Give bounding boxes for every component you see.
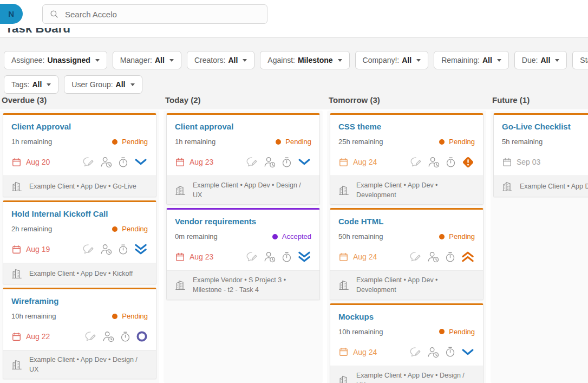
filter-button[interactable]: Start: All bbox=[572, 51, 588, 69]
task-card-body: Code HTML 50h remaining Pending Aug 24 bbox=[330, 210, 483, 270]
board-column: Tomorrow (3) CSS theme 25h remaining Pen… bbox=[327, 95, 486, 383]
timer-icon[interactable] bbox=[281, 157, 292, 168]
filter-button[interactable]: Due: All bbox=[514, 51, 567, 69]
assignee-time-icon[interactable] bbox=[100, 243, 113, 256]
assignee-time-icon[interactable] bbox=[427, 346, 440, 359]
filter-value: All bbox=[402, 56, 411, 64]
filter-button[interactable]: Against: Milestone bbox=[260, 51, 349, 69]
filter-button[interactable]: User Group: All bbox=[64, 75, 142, 94]
due-date-label: Aug 24 bbox=[353, 348, 377, 356]
filter-button[interactable]: Tags: All bbox=[4, 75, 58, 94]
filter-label: User Group: bbox=[71, 80, 113, 89]
double-chevron-down-icon[interactable] bbox=[297, 251, 311, 263]
time-remaining: 1h remaining bbox=[11, 138, 52, 146]
task-date-row: Aug 23 bbox=[175, 250, 311, 264]
task-title-link[interactable]: Client Approval bbox=[11, 122, 148, 131]
assignee-time-icon[interactable] bbox=[263, 155, 276, 168]
task-title-link[interactable]: CSS theme bbox=[338, 122, 475, 131]
assignee-time-icon[interactable] bbox=[427, 250, 440, 263]
task-card[interactable]: Hold Internal Kickoff Call 2h remaining … bbox=[3, 200, 156, 284]
status-badge: Pending bbox=[276, 138, 311, 146]
brand-logo-icon[interactable]: N bbox=[0, 4, 23, 24]
timer-icon[interactable] bbox=[445, 251, 456, 263]
status-badge: Pending bbox=[112, 312, 148, 320]
task-card[interactable]: CSS theme 25h remaining Pending Aug 24 E… bbox=[330, 113, 484, 205]
filter-value: All bbox=[482, 56, 492, 64]
column-panel: Client approval 1h remaining Pending Aug… bbox=[164, 111, 323, 383]
comment-edit-icon[interactable] bbox=[245, 156, 258, 168]
filter-button[interactable]: Assignee: Unassigned bbox=[4, 51, 107, 69]
task-title-link[interactable]: Hold Internal Kickoff Call bbox=[11, 209, 148, 218]
task-card[interactable]: Client approval 1h remaining Pending Aug… bbox=[166, 113, 320, 205]
assignee-time-icon[interactable] bbox=[102, 330, 115, 343]
timer-icon[interactable] bbox=[117, 244, 129, 255]
due-date-label: Aug 24 bbox=[353, 252, 377, 261]
time-remaining: 10h remaining bbox=[338, 328, 383, 336]
comment-edit-icon[interactable] bbox=[84, 330, 97, 342]
task-title-link[interactable]: Client approval bbox=[175, 122, 311, 131]
filter-button[interactable]: Company!: All bbox=[355, 51, 429, 69]
task-title-link[interactable]: Mockups bbox=[338, 312, 475, 321]
comment-edit-icon[interactable] bbox=[409, 251, 422, 263]
task-meta-row: 25h remaining Pending bbox=[338, 138, 475, 146]
search-input[interactable] bbox=[64, 9, 260, 20]
calendar-icon bbox=[338, 347, 349, 357]
status-label: Pending bbox=[449, 232, 475, 241]
column-panel: Go-Live Checklist 5h remaining Sep 03 Ex… bbox=[491, 111, 588, 383]
task-actions bbox=[84, 330, 148, 343]
task-card[interactable]: Vendor requirements 0m remaining Accepte… bbox=[166, 208, 320, 300]
assignee-time-icon[interactable] bbox=[100, 155, 113, 168]
filter-button[interactable]: Creators: All bbox=[187, 51, 254, 69]
double-chevron-down-icon[interactable] bbox=[134, 243, 148, 255]
status-badge: Accepted bbox=[272, 232, 311, 241]
comment-edit-icon[interactable] bbox=[82, 243, 95, 255]
calendar-icon bbox=[175, 252, 185, 262]
task-meta-row: 5h remaining bbox=[502, 138, 588, 146]
task-card-body: Mockups 10h remaining Pending Aug 24 bbox=[330, 305, 483, 366]
comment-edit-icon[interactable] bbox=[82, 156, 95, 168]
company-icon bbox=[11, 180, 23, 192]
search-box[interactable] bbox=[42, 4, 267, 24]
task-title-link[interactable]: Go-Live Checklist bbox=[502, 122, 588, 131]
timer-icon[interactable] bbox=[117, 157, 129, 168]
task-card[interactable]: Client Approval 1h remaining Pending Aug… bbox=[3, 113, 156, 197]
chevron-down-icon[interactable] bbox=[297, 158, 311, 166]
time-remaining: 0m remaining bbox=[175, 232, 218, 241]
timer-icon[interactable] bbox=[445, 157, 456, 168]
task-date-row: Aug 24 bbox=[338, 345, 475, 359]
timer-icon[interactable] bbox=[281, 251, 292, 263]
filter-button[interactable]: Remaining: All bbox=[434, 51, 509, 69]
column-header: Tomorrow (3) bbox=[329, 95, 486, 105]
task-title-link[interactable]: Vendor requirements bbox=[175, 217, 311, 226]
assignee-time-icon[interactable] bbox=[263, 250, 276, 263]
alert-diamond-icon[interactable] bbox=[461, 155, 475, 169]
double-chevron-up-icon[interactable] bbox=[461, 251, 475, 263]
task-title-link[interactable]: Wireframing bbox=[11, 296, 148, 306]
task-card[interactable]: Mockups 10h remaining Pending Aug 24 Exa… bbox=[330, 303, 484, 383]
column-header: Today (2) bbox=[165, 95, 323, 105]
filter-button[interactable]: Manager: All bbox=[113, 51, 181, 69]
task-card[interactable]: Wireframing 10h remaining Pending Aug 22… bbox=[3, 288, 156, 379]
timer-icon[interactable] bbox=[445, 346, 456, 358]
circle-outline-icon[interactable] bbox=[136, 330, 148, 342]
comment-edit-icon[interactable] bbox=[409, 156, 422, 168]
chevron-down-icon bbox=[47, 83, 51, 86]
task-actions bbox=[409, 346, 475, 359]
comment-edit-icon[interactable] bbox=[245, 251, 258, 263]
task-meta-row: 0m remaining Accepted bbox=[175, 232, 311, 241]
timer-icon[interactable] bbox=[120, 331, 131, 342]
task-context-label: Example Client • App Dev • Development bbox=[356, 275, 475, 295]
task-context: Example Client • App Dev • Go-Live bbox=[3, 176, 156, 197]
task-card[interactable]: Code HTML 50h remaining Pending Aug 24 E… bbox=[330, 208, 484, 300]
chevron-down-icon[interactable] bbox=[134, 158, 148, 166]
task-meta-row: 10h remaining Pending bbox=[11, 312, 148, 320]
task-title-link[interactable]: Code HTML bbox=[338, 217, 475, 226]
assignee-time-icon[interactable] bbox=[427, 155, 440, 168]
chevron-down-icon[interactable] bbox=[461, 348, 475, 356]
filter-label: Start: bbox=[580, 56, 588, 64]
task-card[interactable]: Go-Live Checklist 5h remaining Sep 03 Ex… bbox=[493, 113, 588, 197]
filter-bar-secondary: Tags: All User Group: All bbox=[4, 75, 142, 94]
time-remaining: 5h remaining bbox=[502, 138, 543, 146]
status-badge: Pending bbox=[439, 138, 475, 146]
comment-edit-icon[interactable] bbox=[409, 346, 422, 358]
